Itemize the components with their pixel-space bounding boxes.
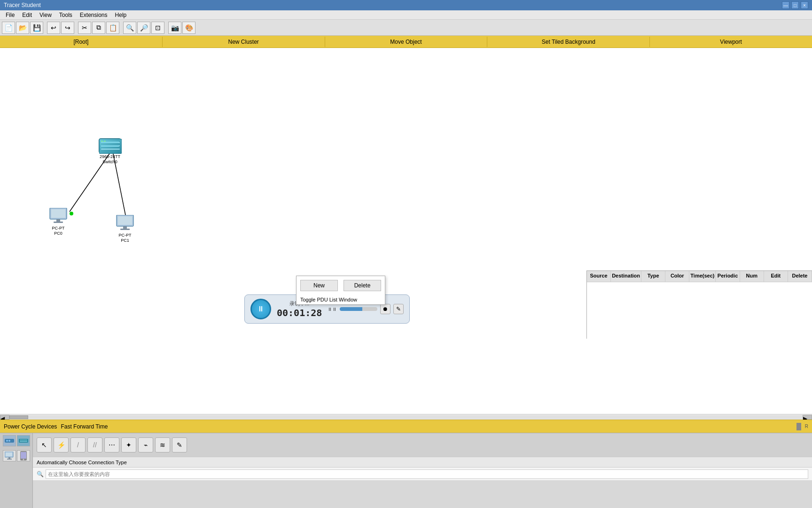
new-pdu-btn[interactable]: New <box>300 280 338 291</box>
timer-edit-btn[interactable]: ✎ <box>393 304 404 314</box>
pc1-device[interactable]: PC-PTPC1 <box>116 215 134 243</box>
svg-point-20 <box>8 440 10 442</box>
svg-rect-21 <box>19 439 28 443</box>
nav-new-cluster[interactable]: New Cluster <box>163 37 325 47</box>
maximize-btn[interactable]: □ <box>791 1 799 9</box>
nav-tiled-bg[interactable]: Set Tiled Background <box>487 37 650 47</box>
col-destination: Destination <box>611 271 641 282</box>
conn-type-label: Automatically Choose Connection Type <box>37 460 127 465</box>
window-controls[interactable]: — □ × <box>782 1 808 9</box>
zoom-out-icon[interactable]: 🔎 <box>137 22 150 34</box>
title-bar: Tracer Student — □ × <box>0 0 812 10</box>
svg-rect-15 <box>118 216 132 225</box>
fit-icon[interactable]: ⊡ <box>151 22 164 34</box>
screenshot-icon[interactable]: 📷 <box>168 22 181 34</box>
minimize-btn[interactable]: — <box>782 1 789 9</box>
close-btn[interactable]: × <box>801 1 808 9</box>
nav-viewport[interactable]: Viewport <box>650 37 812 47</box>
pc1-icon <box>116 215 134 232</box>
nav-move-object[interactable]: Move Object <box>325 37 488 47</box>
menu-edit[interactable]: Edit <box>18 11 36 19</box>
switch0-icon <box>99 138 121 153</box>
col-num: Num <box>740 271 764 282</box>
undo-btn[interactable]: ↩ <box>47 22 60 34</box>
tools-row: ↖ ⚡ / // ⋯ ✦ ⌁ ≋ ✎ Automatically Choose … <box>33 433 812 508</box>
svg-rect-13 <box>54 222 63 223</box>
svg-rect-29 <box>21 452 26 459</box>
svg-rect-11 <box>51 209 65 218</box>
search-input[interactable] <box>46 469 808 479</box>
timer-value: 00:01:28 <box>277 307 322 318</box>
redo-btn[interactable]: ↪ <box>61 22 74 34</box>
menu-extensions[interactable]: Extensions <box>76 11 111 19</box>
device-switch-icon[interactable] <box>17 435 30 446</box>
app-title: Tracer Student <box>4 2 41 8</box>
pc0-icon <box>49 208 68 225</box>
line-tool2[interactable]: // <box>87 437 102 452</box>
zoom-in-icon[interactable]: 🔍 <box>123 22 136 34</box>
menu-view[interactable]: View <box>36 11 55 19</box>
save-btn[interactable]: 💾 <box>30 22 43 34</box>
switch0-device[interactable]: 2960-24TTSwitch0 <box>99 138 121 165</box>
pc0-label: PC-PTPC0 <box>52 226 65 236</box>
svg-rect-23 <box>20 441 27 442</box>
col-periodic: Periodic <box>716 271 740 282</box>
search-icon: 🔍 <box>37 471 44 477</box>
pc0-device[interactable]: PC-PTPC0 <box>49 208 68 236</box>
svg-rect-27 <box>7 459 12 460</box>
scroll-thumb[interactable] <box>9 415 28 419</box>
h-scrollbar[interactable]: ◀ ▶ <box>0 414 812 420</box>
menu-help[interactable]: Help <box>111 11 131 19</box>
custom-icon[interactable]: 🎨 <box>182 22 195 34</box>
device-phone-icon[interactable] <box>17 450 30 461</box>
zigzag-tool2[interactable]: ≋ <box>155 437 170 452</box>
delete-pdu-btn[interactable]: Delete <box>344 280 381 291</box>
power-cycle-label: Power Cycle Devices <box>4 423 57 430</box>
menu-bar: File Edit View Tools Extensions Help <box>0 10 812 20</box>
svg-rect-25 <box>6 452 12 456</box>
menu-tools[interactable]: Tools <box>55 11 76 19</box>
scroll-track[interactable] <box>9 415 803 419</box>
nav-root[interactable]: [Root] <box>0 37 163 47</box>
device-panel-row1 <box>0 433 32 448</box>
copy-icon[interactable]: ⧉ <box>92 22 105 34</box>
svg-point-9 <box>104 141 106 143</box>
zigzag-tool1[interactable]: ⌁ <box>138 437 153 452</box>
timer-slider[interactable] <box>340 307 377 311</box>
pen-tool[interactable]: ✎ <box>172 437 187 452</box>
line-tool1[interactable]: / <box>70 437 86 452</box>
svg-rect-16 <box>123 226 127 229</box>
svg-point-30 <box>23 459 24 460</box>
svg-rect-6 <box>101 145 120 146</box>
scroll-right-btn[interactable]: ▶ <box>803 415 812 420</box>
fast-forward-label: Fast Forward Time <box>61 423 108 430</box>
device-pc-icon[interactable] <box>3 450 16 461</box>
device-router-icon[interactable] <box>3 435 16 446</box>
svg-rect-26 <box>8 457 10 459</box>
timer-record-btn[interactable]: ⏺ <box>380 304 390 314</box>
pdu-list-body <box>587 282 812 339</box>
svg-point-8 <box>101 141 103 143</box>
scroll-left-btn[interactable]: ◀ <box>0 415 9 420</box>
simulation-bar: Power Cycle Devices Fast Forward Time R <box>0 420 812 433</box>
pc1-label: PC-PTPC1 <box>119 233 132 243</box>
dashed-tool[interactable]: ⋯ <box>104 437 119 452</box>
cross-tool[interactable]: ✦ <box>121 437 136 452</box>
pause-button[interactable]: ⏸ <box>250 299 271 319</box>
lightning-tool[interactable]: ⚡ <box>54 437 69 452</box>
paste-icon[interactable]: 📋 <box>106 22 119 34</box>
col-source: Source <box>587 271 611 282</box>
cut-icon[interactable]: ✂ <box>78 22 91 34</box>
toggle-pdu-list-item[interactable]: Toggle PDU List Window <box>297 295 385 304</box>
menu-file[interactable]: File <box>2 11 18 19</box>
realtime-badge: R <box>805 424 808 429</box>
canvas-area[interactable]: 2960-24TTSwitch0 PC-PTPC0 PC-PTPC1 <box>0 48 812 414</box>
search-bar: 🔍 <box>33 467 812 480</box>
select-tool[interactable]: ↖ <box>37 437 52 452</box>
svg-rect-22 <box>20 440 27 440</box>
new-btn[interactable]: 📄 <box>2 22 15 34</box>
sim-indicator <box>796 423 801 430</box>
device-panel-row2 <box>0 448 32 463</box>
open-btn[interactable]: 📂 <box>16 22 29 34</box>
col-edit: Edit <box>764 271 788 282</box>
